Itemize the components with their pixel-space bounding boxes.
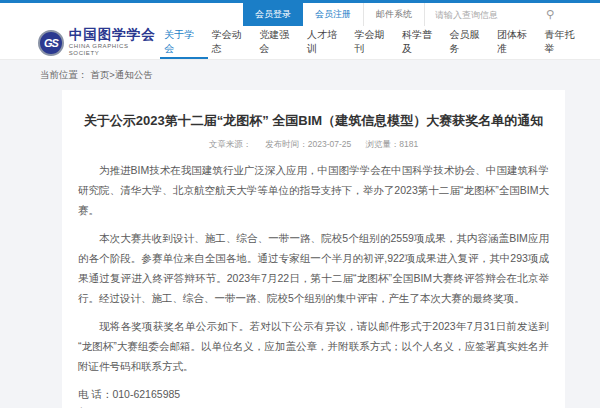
member-register-button[interactable]: 会员注册 (303, 3, 364, 26)
search-input[interactable] (435, 10, 540, 20)
nav-item-member-service[interactable]: 会员服务 (445, 26, 493, 59)
article-body: 为推进BIM技术在我国建筑行业广泛深入应用，中国图学学会在中国科学技术协会、中国… (78, 161, 549, 376)
utility-bar: 会员登录 会员注册 邮件系统 ⚲ (0, 3, 600, 26)
contact-phone: 电 话：010-62165985 (78, 385, 549, 404)
paragraph: 本次大赛共收到设计、施工、综合、一带一路、院校5个组别的2559项成果，其内容涵… (78, 229, 549, 309)
nav-item-party[interactable]: 党建强会 (255, 26, 303, 59)
logo-subtitle: CHINA GRAPHICS SOCIETY (69, 43, 161, 56)
contact-email: 邮 箱：cbim@cgn.net.cn (78, 403, 549, 408)
article-meta: 文章来源： 发布时间：2023-07-25 浏览量：8181 (78, 139, 549, 151)
article-publish-date: 发布时间：2023-07-25 (265, 139, 351, 151)
nav-item-news[interactable]: 学会动态 (208, 26, 256, 59)
nav-item-about[interactable]: 关于学会 (160, 26, 208, 59)
nav-item-standards[interactable]: 团体标准 (493, 26, 541, 59)
article-source: 文章来源： (209, 139, 252, 151)
paragraph: 现将各奖项获奖名单公示如下。若对以下公示有异议，请以邮件形式于2023年7月31… (78, 317, 549, 377)
site-header: GS 中国图学学会 CHINA GRAPHICS SOCIETY 关于学会 学会… (0, 26, 600, 60)
breadcrumb-label: 当前位置： (40, 69, 88, 80)
breadcrumb-home-link[interactable]: 首页 (90, 69, 109, 80)
nav-item-journal[interactable]: 学会期刊 (350, 26, 398, 59)
contact-block: 电 话：010-62165985 邮 箱：cbim@cgn.net.cn (78, 385, 549, 408)
logo-title: 中国图学学会 (69, 28, 161, 43)
main-nav: 关于学会 学会动态 党建强会 人才培训 学会期刊 科学普及 会员服务 团体标准 … (160, 26, 588, 59)
search-box: ⚲ (425, 3, 560, 26)
site-logo[interactable]: GS 中国图学学会 CHINA GRAPHICS SOCIETY (38, 28, 160, 56)
nav-item-science[interactable]: 科学普及 (398, 26, 446, 59)
member-login-button[interactable]: 会员登录 (243, 3, 303, 26)
mail-system-button[interactable]: 邮件系统 (364, 3, 425, 26)
search-icon[interactable]: ⚲ (540, 8, 560, 21)
society-emblem-icon: GS (38, 30, 64, 56)
article-card: 关于公示2023第十二届“龙图杯” 全国BIM（建筑信息模型）大赛获奖名单的通知… (62, 90, 565, 408)
article-title: 关于公示2023第十二届“龙图杯” 全国BIM（建筑信息模型）大赛获奖名单的通知 (78, 112, 549, 130)
breadcrumb: 当前位置： 首页>通知公告 (0, 60, 600, 90)
article-view-count: 浏览量：8181 (365, 139, 418, 151)
nav-item-training[interactable]: 人才培训 (303, 26, 351, 59)
phone-number: 010-62165985 (112, 388, 180, 400)
paragraph: 为推进BIM技术在我国建筑行业广泛深入应用，中国图学学会在中国科学技术协会、中国… (78, 161, 549, 221)
breadcrumb-current-link[interactable]: 通知公告 (115, 69, 153, 80)
nav-item-youth[interactable]: 青年托举 (540, 26, 588, 59)
